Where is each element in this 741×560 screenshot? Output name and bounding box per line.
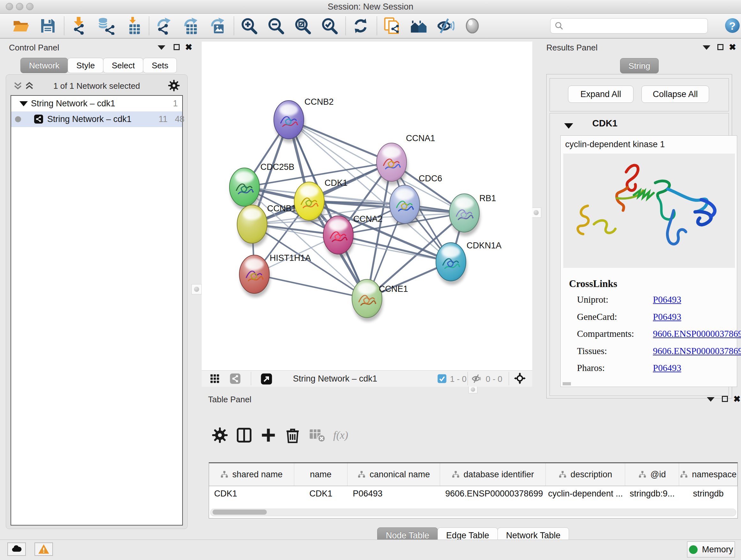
crosslink-link[interactable]: P06493 (653, 294, 681, 305)
tab-string[interactable]: String (620, 58, 659, 73)
gear-icon[interactable] (167, 79, 180, 92)
open-file-button[interactable] (12, 17, 30, 35)
node-count: 11 (158, 114, 167, 124)
selected-checkbox-icon[interactable] (437, 374, 447, 385)
table-hscrollbar[interactable] (210, 509, 736, 516)
clone-network-button[interactable] (383, 17, 401, 35)
network-canvas[interactable]: CCNB2CCNA1CDC25BCDK1CDC6RB1CCNB1CCNA2CDK… (202, 42, 532, 370)
crosslink-row: Uniprot:P06493 (577, 294, 730, 305)
table-row[interactable]: CDK1CDK1P064939606.ENSP00000378699cyclin… (209, 486, 738, 502)
collection-count: 1 (173, 99, 178, 109)
grid-view-icon[interactable] (209, 373, 220, 385)
tab-sets[interactable]: Sets (143, 58, 177, 73)
add-column-icon[interactable] (260, 427, 278, 444)
search-input[interactable] (550, 18, 708, 34)
import-database-button[interactable] (97, 17, 115, 35)
network-row[interactable]: String Network – cdk11148 (11, 111, 182, 127)
hidden-eye-icon[interactable] (471, 373, 482, 385)
column-header-canonical-name[interactable]: canonical name (347, 463, 440, 486)
title-bar: Session: New Session (0, 0, 741, 14)
zoom-out-button[interactable] (267, 17, 285, 35)
tab-style[interactable]: Style (68, 58, 104, 73)
panel-close-icon[interactable]: ✖ (729, 42, 736, 52)
column-header-description[interactable]: description (546, 463, 625, 486)
bottom-splitter-handle[interactable] (468, 386, 477, 393)
home-button[interactable] (410, 17, 428, 35)
panel-menu-icon[interactable] (707, 397, 715, 401)
expander-icon[interactable] (19, 101, 28, 106)
tab-network[interactable]: Network (20, 58, 68, 73)
network-node-cdkn1a[interactable] (436, 243, 467, 285)
cloud-status-button[interactable] (7, 543, 26, 556)
network-node-ccne1[interactable] (352, 279, 383, 321)
expand-all-button[interactable]: Expand All (568, 85, 633, 103)
crosslink-link[interactable]: 9606.ENSP00000378699 (653, 328, 741, 339)
table-gear-icon[interactable] (211, 427, 229, 444)
card-scrollbar[interactable] (562, 382, 571, 385)
detach-view-icon[interactable] (261, 373, 272, 386)
search-field[interactable] (566, 21, 708, 31)
export-network-button[interactable] (155, 17, 173, 35)
network-edge[interactable] (254, 274, 367, 299)
warning-status-button[interactable] (35, 543, 53, 556)
hide-graphics-button[interactable] (436, 17, 455, 35)
network-node-rb1[interactable] (449, 194, 480, 236)
panel-menu-icon[interactable] (158, 45, 165, 50)
column-header--id[interactable]: @id (625, 463, 679, 486)
network-node-ccna1[interactable] (377, 143, 408, 185)
network-view-toolbar: String Network – cdk1 1 - 0 0 - 0 (202, 370, 532, 387)
svg-text:f(x): f(x) (333, 429, 348, 441)
apply-layout-button[interactable] (352, 17, 369, 35)
warning-icon (38, 543, 50, 555)
crosslink-link[interactable]: P06493 (653, 312, 681, 322)
control-panel-tabs: NetworkStyleSelectSets (20, 58, 177, 73)
zoom-fit-button[interactable] (293, 17, 312, 35)
import-table-button[interactable] (124, 17, 142, 35)
network-list-container: 1 of 1 Network selected String Network –… (6, 74, 188, 529)
tab-select[interactable]: Select (103, 58, 143, 73)
memory-button[interactable]: Memory (687, 542, 735, 557)
column-header-name[interactable]: name (294, 463, 348, 486)
delete-column-icon[interactable] (284, 427, 302, 444)
network-selection-status: 1 of 1 Network selected (6, 81, 187, 91)
panel-close-icon[interactable]: ✖ (185, 42, 192, 52)
control-panel-title: Control Panel (9, 43, 59, 53)
export-image-button[interactable] (209, 17, 226, 35)
network-node-ccnb1[interactable] (237, 205, 268, 247)
entry-expander-icon[interactable] (564, 123, 573, 129)
column-header-database-identifier[interactable]: database identifier (440, 463, 546, 486)
network-node-ccna2[interactable] (323, 216, 354, 258)
panel-float-icon[interactable] (174, 44, 180, 50)
birdseye-navigator-icon[interactable] (514, 372, 526, 386)
panel-float-icon[interactable] (722, 396, 728, 402)
node-label: CCNA2 (353, 214, 383, 224)
column-header-shared-name[interactable]: shared name (209, 463, 294, 486)
column-header-namespace[interactable]: namespace (679, 463, 738, 486)
network-collection-row[interactable]: String Network – cdk11 (11, 96, 182, 111)
export-table-button[interactable] (182, 17, 200, 35)
network-node-cdc25b[interactable] (229, 168, 260, 210)
crosslink-label: Tissues: (577, 346, 607, 356)
help-button[interactable]: ? (724, 17, 740, 34)
zoom-selected-button[interactable] (320, 17, 338, 35)
crosslink-link[interactable]: 9606.ENSP00000378699 (653, 346, 741, 356)
panel-float-icon[interactable] (718, 44, 724, 50)
table-cell: CDK1 (294, 486, 348, 502)
crosslink-link[interactable]: P06493 (653, 363, 681, 373)
string-network-icon[interactable] (230, 373, 241, 385)
panel-close-icon[interactable]: ✖ (733, 394, 741, 404)
zoom-in-button[interactable] (240, 17, 258, 35)
table-cell: stringdb:9... (625, 486, 679, 502)
node-label: RB1 (479, 193, 496, 203)
split-columns-icon[interactable] (235, 427, 253, 444)
save-session-button[interactable] (39, 17, 57, 35)
birdseye-button[interactable] (463, 17, 481, 35)
network-node-cdc6[interactable] (390, 185, 421, 227)
panel-menu-icon[interactable] (703, 45, 711, 50)
left-splitter-handle[interactable] (192, 284, 202, 294)
network-node-hist1h1a[interactable] (239, 255, 270, 297)
node-label: CCNB2 (305, 97, 334, 107)
window-title: Session: New Session (0, 2, 741, 12)
collapse-all-button[interactable]: Collapse All (642, 85, 709, 103)
import-network-button[interactable] (70, 17, 88, 35)
